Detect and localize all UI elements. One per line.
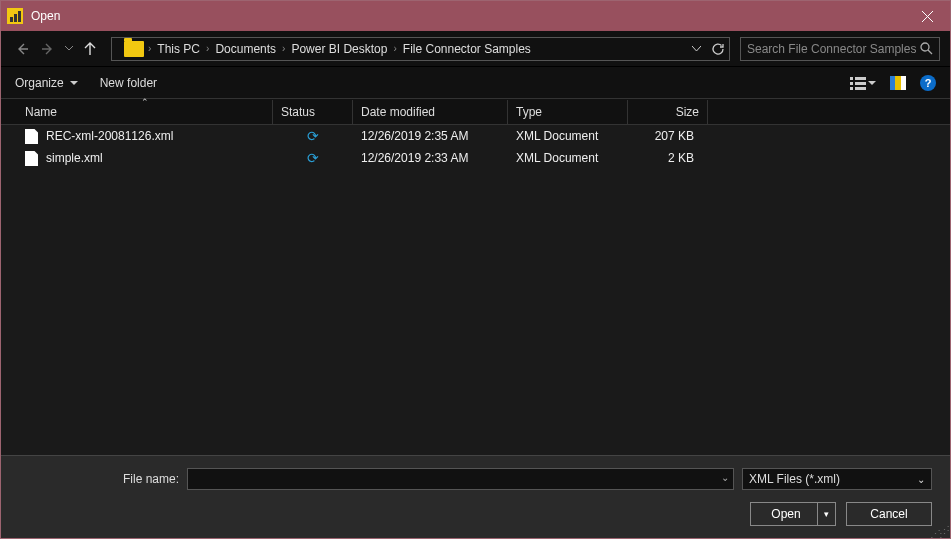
file-list: REC-xml-20081126.xml ⟳ 12/26/2019 2:35 A… <box>1 125 950 455</box>
chevron-right-icon: › <box>393 43 396 54</box>
file-size: 2 KB <box>628 151 708 165</box>
column-name[interactable]: ⌃ Name <box>17 100 273 124</box>
svg-rect-4 <box>850 77 853 80</box>
svg-line-3 <box>928 50 932 54</box>
cancel-button[interactable]: Cancel <box>846 502 932 526</box>
help-glyph: ? <box>925 77 932 89</box>
search-icon <box>920 42 933 55</box>
cancel-label: Cancel <box>870 507 907 521</box>
titlebar: Open <box>1 1 950 31</box>
file-name: REC-xml-20081126.xml <box>46 129 173 143</box>
list-view-icon <box>850 76 866 90</box>
search-placeholder: Search File Connector Samples <box>747 42 916 56</box>
chevron-down-icon[interactable]: ⌄ <box>721 472 729 483</box>
arrow-right-icon <box>41 42 55 56</box>
chevron-down-icon <box>868 81 876 85</box>
file-icon <box>25 129 38 144</box>
crumb-powerbi[interactable]: Power BI Desktop <box>287 42 391 56</box>
app-icon <box>7 8 23 24</box>
arrow-left-icon <box>15 42 29 56</box>
svg-rect-9 <box>855 87 866 90</box>
column-type[interactable]: Type <box>508 100 628 124</box>
refresh-icon[interactable] <box>711 42 725 56</box>
svg-rect-5 <box>855 77 866 80</box>
chevron-down-icon[interactable] <box>692 46 701 52</box>
file-row[interactable]: REC-xml-20081126.xml ⟳ 12/26/2019 2:35 A… <box>1 125 950 147</box>
file-type: XML Document <box>508 151 628 165</box>
resize-grip[interactable]: ⋰⋰⋰ <box>930 528 948 536</box>
up-button[interactable] <box>79 38 101 60</box>
view-options-button[interactable] <box>850 76 876 90</box>
chevron-right-icon: › <box>282 43 285 54</box>
chevron-right-icon: › <box>148 43 151 54</box>
file-row[interactable]: simple.xml ⟳ 12/26/2019 2:33 AM XML Docu… <box>1 147 950 169</box>
address-bar[interactable]: › This PC › Documents › Power BI Desktop… <box>111 37 730 61</box>
chevron-down-icon <box>70 81 78 85</box>
folder-icon <box>124 41 144 57</box>
toolbar: Organize New folder ? <box>1 67 950 99</box>
column-size[interactable]: Size <box>628 100 708 124</box>
navbar: › This PC › Documents › Power BI Desktop… <box>1 31 950 67</box>
filter-label: XML Files (*.xml) <box>749 472 840 486</box>
svg-rect-6 <box>850 82 853 85</box>
close-button[interactable] <box>905 1 950 31</box>
open-split-dropdown[interactable]: ▾ <box>817 503 835 525</box>
organize-label: Organize <box>15 76 64 90</box>
sort-asc-icon: ⌃ <box>141 97 149 107</box>
svg-point-2 <box>921 43 929 51</box>
organize-menu[interactable]: Organize <box>15 76 78 90</box>
filename-label: File name: <box>1 472 179 486</box>
file-type-filter[interactable]: XML Files (*.xml) ⌄ <box>742 468 932 490</box>
svg-rect-8 <box>850 87 853 90</box>
crumb-documents[interactable]: Documents <box>211 42 280 56</box>
file-icon <box>25 151 38 166</box>
open-button[interactable]: Open ▾ <box>750 502 836 526</box>
search-input[interactable]: Search File Connector Samples <box>740 37 940 61</box>
chevron-right-icon: › <box>206 43 209 54</box>
svg-rect-7 <box>855 82 866 85</box>
bottom-panel: File name: ⌄ XML Files (*.xml) ⌄ Open ▾ … <box>1 455 950 538</box>
sync-icon: ⟳ <box>307 128 319 144</box>
back-button[interactable] <box>11 38 33 60</box>
new-folder-button[interactable]: New folder <box>100 76 157 90</box>
close-icon <box>922 11 933 22</box>
crumb-samples[interactable]: File Connector Samples <box>399 42 535 56</box>
column-date[interactable]: Date modified <box>353 100 508 124</box>
file-type: XML Document <box>508 129 628 143</box>
column-status[interactable]: Status <box>273 100 353 124</box>
file-date: 12/26/2019 2:33 AM <box>353 151 508 165</box>
window-title: Open <box>31 9 60 23</box>
help-button[interactable]: ? <box>920 75 936 91</box>
forward-button[interactable] <box>37 38 59 60</box>
file-name: simple.xml <box>46 151 103 165</box>
sync-icon: ⟳ <box>307 150 319 166</box>
chevron-down-icon: ⌄ <box>917 474 925 485</box>
crumb-thispc[interactable]: This PC <box>153 42 204 56</box>
open-label: Open <box>771 507 814 521</box>
file-size: 207 KB <box>628 129 708 143</box>
file-date: 12/26/2019 2:35 AM <box>353 129 508 143</box>
arrow-up-icon <box>83 42 97 56</box>
filename-input[interactable]: ⌄ <box>187 468 734 490</box>
column-headers: ⌃ Name Status Date modified Type Size <box>1 99 950 125</box>
chevron-down-icon <box>65 46 73 51</box>
recent-dropdown[interactable] <box>63 38 75 60</box>
preview-pane-button[interactable] <box>890 76 906 90</box>
